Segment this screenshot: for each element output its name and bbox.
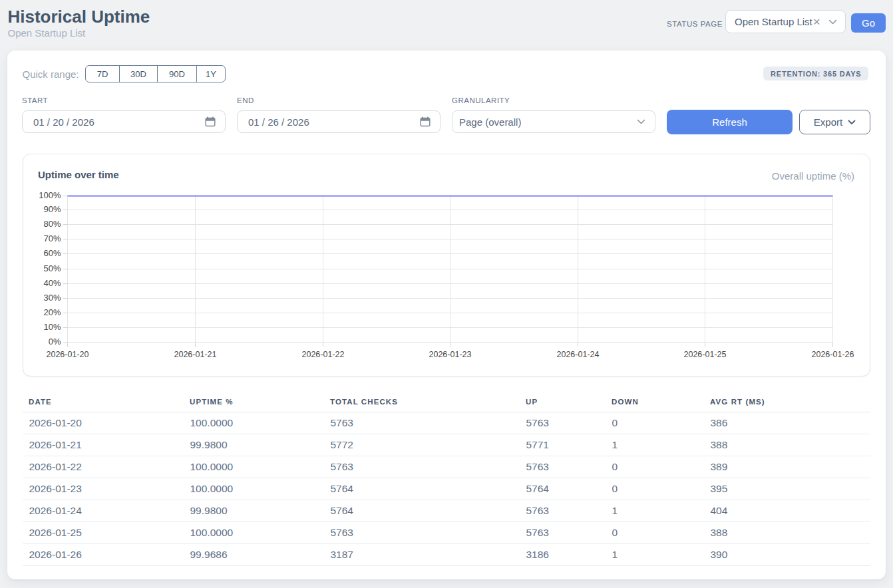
svg-text:80%: 80% [43, 219, 61, 229]
svg-text:70%: 70% [43, 233, 61, 243]
svg-text:50%: 50% [43, 263, 61, 273]
svg-text:2026-01-20: 2026-01-20 [47, 350, 89, 359]
svg-text:60%: 60% [43, 248, 61, 258]
svg-text:100%: 100% [39, 190, 61, 200]
svg-text:30%: 30% [43, 293, 61, 303]
svg-text:2026-01-26: 2026-01-26 [812, 350, 854, 359]
svg-text:2026-01-21: 2026-01-21 [174, 350, 217, 359]
svg-text:10%: 10% [43, 322, 61, 332]
svg-text:2026-01-24: 2026-01-24 [557, 350, 600, 359]
svg-text:2026-01-23: 2026-01-23 [429, 350, 472, 359]
svg-text:20%: 20% [43, 307, 61, 317]
svg-text:90%: 90% [43, 204, 61, 214]
svg-text:2026-01-22: 2026-01-22 [302, 350, 345, 359]
svg-text:40%: 40% [43, 278, 61, 288]
svg-text:0%: 0% [49, 337, 61, 347]
svg-text:2026-01-25: 2026-01-25 [684, 350, 727, 359]
